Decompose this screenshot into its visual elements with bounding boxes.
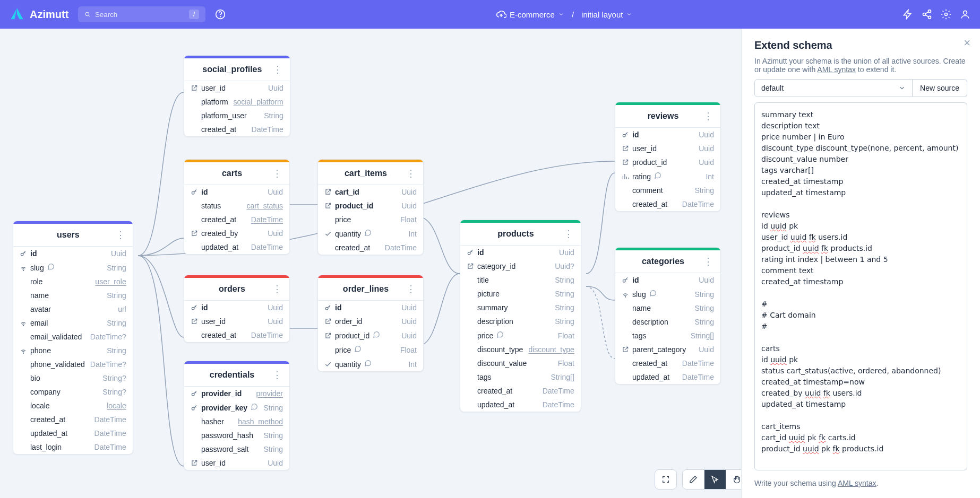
table-header[interactable]: carts⋮ bbox=[184, 160, 289, 185]
table-column[interactable]: created_atDateTime bbox=[184, 213, 289, 226]
table-column[interactable]: localelocale bbox=[13, 399, 133, 413]
table-column[interactable]: platformsocial_platform bbox=[184, 95, 290, 109]
table-column[interactable]: last_loginDateTime bbox=[13, 440, 133, 454]
table-column[interactable]: statuscart_status bbox=[184, 199, 289, 213]
table-column[interactable]: user_idUuid bbox=[184, 314, 289, 328]
table-column[interactable]: phone_validatedDateTime? bbox=[13, 357, 133, 371]
table-column[interactable]: ratingInt bbox=[615, 169, 720, 184]
project-selector[interactable]: E-commerce bbox=[496, 9, 564, 20]
table-column[interactable]: password_hashString bbox=[184, 429, 289, 442]
table-column[interactable]: order_idUuid bbox=[318, 314, 423, 328]
table-header[interactable]: credentials⋮ bbox=[184, 361, 289, 387]
table-column[interactable]: idUuid bbox=[13, 247, 133, 260]
table-column[interactable]: created_atDateTime bbox=[615, 356, 720, 370]
table-column[interactable]: slugString bbox=[13, 260, 133, 275]
fit-to-screen-button[interactable] bbox=[655, 470, 676, 489]
table-column[interactable]: updated_atDateTime bbox=[13, 426, 133, 440]
table-menu-icon[interactable]: ⋮ bbox=[116, 229, 125, 241]
table-orders[interactable]: orders⋮idUuiduser_idUuidcreated_atDateTi… bbox=[184, 275, 290, 343]
search-input[interactable] bbox=[95, 11, 185, 19]
table-header[interactable]: orders⋮ bbox=[184, 275, 289, 301]
table-column[interactable]: emailString bbox=[13, 316, 133, 330]
table-header[interactable]: users⋮ bbox=[13, 221, 133, 247]
table-column[interactable]: created_byUuid bbox=[184, 226, 289, 240]
table-column[interactable]: discount_typediscount_type bbox=[460, 343, 581, 356]
table-column[interactable]: phoneString bbox=[13, 344, 133, 357]
table-column[interactable]: user_idUuid bbox=[184, 456, 289, 470]
table-column[interactable]: nameString bbox=[13, 289, 133, 302]
table-column[interactable]: roleuser_role bbox=[13, 275, 133, 289]
table-menu-icon[interactable]: ⋮ bbox=[406, 283, 416, 295]
table-column[interactable]: product_idUuid bbox=[318, 199, 423, 213]
table-column[interactable]: priceFloat bbox=[318, 213, 423, 226]
table-column[interactable]: quantityInt bbox=[318, 357, 423, 371]
layout-selector[interactable]: initial layout bbox=[581, 10, 632, 19]
table-menu-icon[interactable]: ⋮ bbox=[703, 256, 713, 267]
table-order_lines[interactable]: order_lines⋮idUuidorder_idUuidproduct_id… bbox=[317, 275, 424, 372]
aml-editor[interactable]: summary text description text price numb… bbox=[754, 102, 967, 470]
table-column[interactable]: platform_userString bbox=[184, 109, 290, 123]
table-column[interactable]: cart_idUuid bbox=[318, 185, 423, 199]
table-column[interactable]: created_atDateTime bbox=[184, 328, 289, 342]
table-menu-icon[interactable]: ⋮ bbox=[272, 369, 282, 381]
table-column[interactable]: commentString bbox=[615, 184, 720, 197]
table-credentials[interactable]: credentials⋮provider_idproviderprovider_… bbox=[184, 361, 290, 470]
table-column[interactable]: companyString? bbox=[13, 385, 133, 399]
new-source-button[interactable]: New source bbox=[913, 79, 967, 97]
table-column[interactable]: provider_idprovider bbox=[184, 387, 289, 400]
table-column[interactable]: category_idUuid? bbox=[460, 259, 581, 273]
table-column[interactable]: updated_atDateTime bbox=[460, 398, 581, 412]
table-column[interactable]: quantityInt bbox=[318, 226, 423, 241]
table-products[interactable]: products⋮idUuidcategory_idUuid?titleStri… bbox=[460, 220, 581, 412]
table-column[interactable]: updated_atDateTime bbox=[184, 240, 289, 254]
select-tool-button[interactable] bbox=[704, 470, 726, 489]
table-column[interactable]: avatarurl bbox=[13, 302, 133, 316]
table-column[interactable]: tagsString[] bbox=[460, 370, 581, 384]
table-column[interactable]: nameString bbox=[615, 301, 720, 315]
aml-syntax-link[interactable]: AML syntax bbox=[838, 479, 876, 487]
close-icon[interactable]: × bbox=[964, 36, 970, 50]
table-column[interactable]: idUuid bbox=[184, 301, 289, 314]
table-column[interactable]: created_atDateTime bbox=[318, 241, 423, 255]
table-column[interactable]: discount_valueFloat bbox=[460, 356, 581, 370]
table-column[interactable]: priceFloat bbox=[460, 328, 581, 343]
table-column[interactable]: slugString bbox=[615, 287, 720, 301]
table-cart_items[interactable]: cart_items⋮cart_idUuidproduct_idUuidpric… bbox=[317, 159, 424, 255]
table-column[interactable]: priceFloat bbox=[318, 343, 423, 357]
table-header[interactable]: reviews⋮ bbox=[615, 102, 720, 128]
table-column[interactable]: created_atDateTime bbox=[184, 123, 290, 136]
table-column[interactable]: created_atDateTime bbox=[460, 384, 581, 398]
search-box[interactable]: / bbox=[78, 6, 205, 22]
table-menu-icon[interactable]: ⋮ bbox=[703, 110, 713, 122]
table-column[interactable]: updated_atDateTime bbox=[615, 370, 720, 384]
table-column[interactable]: product_idUuid bbox=[318, 328, 423, 343]
table-header[interactable]: order_lines⋮ bbox=[318, 275, 423, 301]
table-column[interactable]: idUuid bbox=[184, 185, 289, 199]
table-menu-icon[interactable]: ⋮ bbox=[273, 64, 282, 75]
table-reviews[interactable]: reviews⋮idUuiduser_idUuidproduct_idUuidr… bbox=[615, 102, 721, 212]
edit-tool-button[interactable] bbox=[683, 470, 704, 489]
table-column[interactable]: created_atDateTime bbox=[13, 413, 133, 426]
table-column[interactable]: created_atDateTime bbox=[615, 197, 720, 211]
bolt-icon[interactable] bbox=[902, 9, 913, 20]
app-logo[interactable]: Azimutt bbox=[10, 7, 68, 22]
table-column[interactable]: parent_categoryUuid bbox=[615, 343, 720, 356]
table-menu-icon[interactable]: ⋮ bbox=[272, 283, 282, 295]
table-column[interactable]: bioString? bbox=[13, 371, 133, 385]
table-column[interactable]: tagsString[] bbox=[615, 329, 720, 343]
table-menu-icon[interactable]: ⋮ bbox=[272, 168, 282, 179]
table-column[interactable]: product_idUuid bbox=[615, 155, 720, 169]
table-column[interactable]: idUuid bbox=[460, 246, 581, 259]
table-column[interactable]: summaryString bbox=[460, 301, 581, 314]
table-column[interactable]: provider_keyString bbox=[184, 400, 289, 415]
table-column[interactable]: pictureString bbox=[460, 287, 581, 301]
table-column[interactable]: idUuid bbox=[615, 273, 720, 287]
table-categories[interactable]: categories⋮idUuidslugStringnameStringdes… bbox=[615, 247, 721, 385]
table-column[interactable]: idUuid bbox=[318, 301, 423, 314]
table-menu-icon[interactable]: ⋮ bbox=[564, 228, 573, 240]
table-column[interactable]: user_idUuid bbox=[615, 142, 720, 155]
table-column[interactable]: idUuid bbox=[615, 128, 720, 142]
table-column[interactable]: descriptionString bbox=[615, 315, 720, 329]
gear-icon[interactable] bbox=[941, 9, 951, 20]
table-carts[interactable]: carts⋮idUuidstatuscart_statuscreated_atD… bbox=[184, 159, 290, 255]
